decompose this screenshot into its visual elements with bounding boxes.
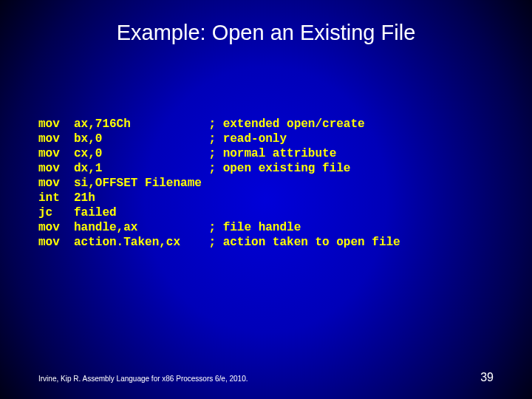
slide-title: Example: Open an Existing File (0, 21, 532, 45)
slide: Example: Open an Existing File mov ax,71… (0, 0, 532, 399)
page-number: 39 (480, 371, 494, 384)
footer-citation: Irvine, Kip R. Assembly Language for x86… (38, 375, 248, 383)
code-block: mov ax,716Ch ; extended open/create mov … (38, 117, 400, 250)
